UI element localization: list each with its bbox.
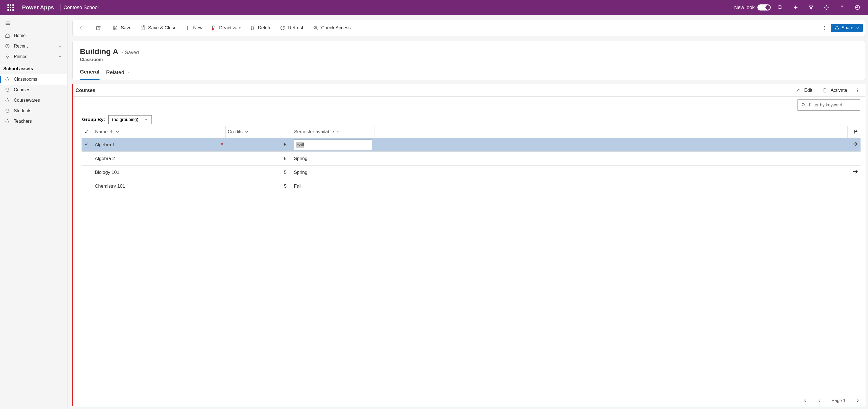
chevron-down-icon [244, 130, 249, 134]
nav-item-label: Coursewares [14, 98, 40, 103]
gear-icon [824, 5, 829, 10]
nav-collapse-button[interactable] [0, 18, 67, 30]
grid-table: Name Credits Semester available [73, 126, 865, 193]
more-vertical-icon [822, 25, 827, 30]
assistant-button[interactable] [850, 0, 865, 15]
save-close-button[interactable]: Save & Close [136, 23, 181, 33]
app-name-label[interactable]: Contoso School [64, 5, 99, 10]
settings-button[interactable] [819, 0, 834, 15]
subgrid-more-button[interactable] [852, 86, 863, 95]
refresh-label: Refresh [288, 25, 305, 31]
semester-edit-input[interactable]: Fall [294, 139, 372, 150]
table-row[interactable]: Chemistry 101 5 Fall [82, 179, 861, 193]
svg-point-23 [857, 90, 858, 91]
nav-group-label: School assets [0, 62, 67, 74]
deactivate-label: Deactivate [219, 25, 241, 31]
column-credits[interactable]: Credits [225, 126, 292, 137]
svg-line-17 [316, 28, 317, 30]
save-close-label: Save & Close [148, 25, 177, 31]
subgrid-edit-button[interactable]: Edit [791, 86, 817, 95]
open-new-window-button[interactable] [92, 23, 105, 33]
svg-rect-28 [855, 132, 857, 133]
courses-subgrid: Courses Edit Activate Filter by keyword [72, 84, 865, 406]
app-header: Power Apps Contoso School New look [0, 0, 868, 15]
app-launcher-button[interactable] [3, 0, 18, 15]
search-button[interactable] [772, 0, 788, 15]
chevron-down-icon [144, 118, 148, 122]
tab-related[interactable]: Related [106, 69, 131, 80]
puzzle-icon [5, 119, 10, 124]
table-row[interactable]: Algebra 2 5 Spring [82, 152, 861, 165]
group-by-value: (no grouping) [112, 117, 138, 122]
arrow-right-icon [852, 168, 858, 175]
refresh-button[interactable]: Refresh [276, 23, 309, 33]
deactivate-icon [211, 25, 216, 31]
tab-label: Related [106, 69, 124, 75]
new-look-toggle[interactable]: New look [734, 4, 771, 10]
page-prev-icon[interactable] [817, 398, 822, 403]
nav-item-coursewares[interactable]: Coursewares [0, 95, 67, 105]
nav-item-classrooms[interactable]: Classrooms [0, 74, 67, 85]
edit-label: Edit [804, 88, 812, 93]
cell-name: Algebra 2 [93, 156, 225, 161]
table-row[interactable]: Biology 101 5 Spring [82, 165, 861, 179]
cell-credits: 5 [225, 142, 292, 148]
filter-input[interactable]: Filter by keyword [798, 99, 860, 111]
cell-credits: 5 [225, 170, 292, 175]
filter-button[interactable] [803, 0, 819, 15]
tab-general[interactable]: General [80, 69, 99, 80]
puzzle-icon [5, 98, 10, 103]
save-button[interactable]: Save [108, 23, 135, 33]
column-save[interactable] [847, 126, 861, 137]
clock-icon [5, 44, 10, 49]
deactivate-button[interactable]: Deactivate [207, 23, 245, 33]
share-icon [835, 26, 839, 30]
nav-item-students[interactable]: Students [0, 105, 67, 116]
back-button[interactable] [75, 23, 88, 33]
more-vertical-icon [855, 88, 860, 93]
sort-asc-icon [109, 130, 114, 134]
add-button[interactable] [788, 0, 803, 15]
column-name[interactable]: Name [93, 126, 225, 137]
nav-home[interactable]: Home [0, 30, 67, 41]
help-button[interactable] [834, 0, 850, 15]
column-semester[interactable]: Semester available [292, 126, 375, 137]
group-by-dropdown[interactable]: (no grouping) [108, 115, 152, 124]
toggle-switch-icon [757, 4, 771, 10]
question-icon [839, 5, 845, 10]
nav-item-label: Teachers [14, 119, 32, 124]
share-button[interactable]: Share [831, 24, 863, 32]
check-access-button[interactable]: Check Access [309, 23, 355, 33]
column-label: Semester available [294, 129, 334, 134]
svg-point-4 [826, 7, 827, 8]
table-row[interactable]: Algebra 1 * 5 Fall [82, 138, 861, 152]
nav-pinned-label: Pinned [14, 54, 28, 59]
cell-credits: 5 [225, 156, 292, 161]
new-look-label: New look [734, 5, 755, 10]
command-bar: Save Save & Close New Deactivate Delete … [72, 20, 865, 36]
more-commands-button[interactable] [819, 23, 830, 33]
nav-recent[interactable]: Recent [0, 41, 67, 52]
select-all-checkbox[interactable] [82, 126, 93, 137]
page-next-icon[interactable] [855, 398, 860, 403]
page-first-icon[interactable] [803, 398, 808, 403]
nav-item-courses[interactable]: Courses [0, 85, 67, 95]
delete-button[interactable]: Delete [246, 23, 275, 33]
subgrid-activate-button[interactable]: Activate [817, 86, 852, 95]
svg-point-19 [824, 26, 825, 27]
nav-item-teachers[interactable]: Teachers [0, 116, 67, 127]
checkmark-icon [84, 129, 89, 134]
nav-pinned[interactable]: Pinned [0, 52, 67, 62]
chevron-down-icon [336, 130, 340, 134]
save-close-icon [140, 25, 146, 31]
record-title: Building A [80, 47, 118, 56]
row-open-button[interactable] [847, 141, 861, 148]
chevron-down-icon [856, 26, 860, 30]
save-label: Save [121, 25, 132, 31]
svg-point-0 [778, 5, 781, 9]
puzzle-icon [5, 77, 10, 82]
check-access-icon [313, 25, 318, 31]
row-open-button[interactable] [847, 168, 861, 176]
row-checkbox[interactable] [82, 141, 93, 148]
new-button[interactable]: New [181, 23, 207, 33]
